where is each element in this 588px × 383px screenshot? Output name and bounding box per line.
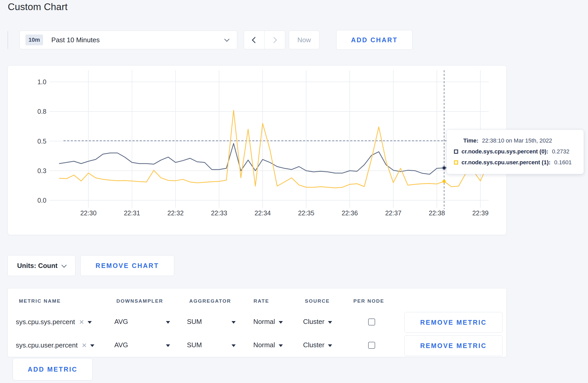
remove-chart-button[interactable]: REMOVE CHART <box>80 255 174 276</box>
source-value: Cluster <box>303 341 324 349</box>
user-point-dot <box>443 180 446 183</box>
rate-select[interactable]: Normal <box>253 341 283 349</box>
chevron-down-icon <box>61 263 67 268</box>
now-button[interactable]: Now <box>289 31 319 49</box>
x-tick-label: 22:30 <box>80 209 97 217</box>
tooltip-time-label: Time: <box>463 137 478 144</box>
metric-name-value: sys.cpu.user.percent <box>16 341 78 349</box>
x-tick-label: 22:38 <box>429 209 445 217</box>
x-tick-label: 22:31 <box>124 209 140 217</box>
x-tick-label: 22:32 <box>167 209 184 217</box>
time-back-button[interactable] <box>244 31 264 49</box>
time-nav-group <box>244 31 285 49</box>
rate-select[interactable]: Normal <box>253 318 283 326</box>
source-select[interactable]: Cluster <box>303 341 332 349</box>
caret-down-icon <box>232 344 236 347</box>
remove-metric-button[interactable]: REMOVE METRIC <box>404 312 502 333</box>
user-series-swatch-icon <box>454 160 458 165</box>
tooltip-sys-name: cr.node.sys.cpu.sys.percent (0): <box>461 148 548 155</box>
x-tick-label: 22:37 <box>385 209 402 217</box>
tooltip-series-row: cr.node.sys.cpu.user.percent (1): 0.1601 <box>454 158 577 167</box>
metric-name-select[interactable]: sys.cpu.user.percent × <box>16 341 94 349</box>
series-line <box>59 144 495 174</box>
aggregator-select[interactable]: SUM <box>187 318 236 326</box>
chevron-down-icon <box>224 37 229 42</box>
remove-metric-x-icon[interactable]: × <box>79 318 84 326</box>
source-select[interactable]: Cluster <box>303 318 332 326</box>
time-window-dropdown[interactable]: 10m Past 10 Minutes <box>19 31 237 49</box>
series-line <box>59 110 495 188</box>
chart-canvas[interactable]: 1.00.80.50.30.022:3022:3122:3222:3322:34… <box>8 66 506 235</box>
add-metric-button[interactable]: ADD METRIC <box>13 358 93 380</box>
units-dropdown[interactable]: Units: Count <box>8 255 75 276</box>
y-tick-label: 0.8 <box>37 108 46 115</box>
col-header-metric-name: METRIC NAME <box>19 298 61 304</box>
col-header-aggregator: AGGREGATOR <box>189 298 231 304</box>
col-header-source: SOURCE <box>305 298 330 304</box>
remove-metric-x-icon[interactable]: × <box>82 341 87 349</box>
metric-name-select[interactable]: sys.cpu.sys.percent × <box>16 318 92 326</box>
x-tick-label: 22:33 <box>211 209 227 217</box>
tooltip-time-value: 22:38:10 on Mar 15th, 2022 <box>482 137 552 144</box>
aggregator-value: SUM <box>187 341 202 349</box>
x-tick-label: 22:39 <box>472 209 489 217</box>
tooltip-series-row: cr.node.sys.cpu.sys.percent (0): 0.2732 <box>454 147 577 156</box>
rate-value: Normal <box>253 318 275 326</box>
caret-down-icon <box>88 321 92 324</box>
per-node-checkbox[interactable] <box>368 318 375 325</box>
downsampler-select[interactable]: AVG <box>114 341 170 349</box>
units-label: Units: Count <box>17 262 58 270</box>
caret-down-icon <box>90 344 94 347</box>
col-header-rate: RATE <box>254 298 269 304</box>
x-tick-label: 22:34 <box>255 209 271 217</box>
metric-name-value: sys.cpu.sys.percent <box>16 318 75 326</box>
sys-point-dot <box>443 167 446 169</box>
downsampler-value: AVG <box>114 318 128 326</box>
col-header-downsampler: DOWNSAMPLER <box>116 298 163 304</box>
y-tick-label: 0.0 <box>37 197 46 204</box>
remove-metric-button[interactable]: REMOVE METRIC <box>404 335 502 356</box>
y-tick-label: 0.3 <box>37 167 46 174</box>
page-title: Custom Chart <box>8 2 68 12</box>
y-tick-label: 0.5 <box>37 138 46 145</box>
per-node-checkbox[interactable] <box>368 342 375 349</box>
caret-down-icon <box>328 321 332 324</box>
aggregator-select[interactable]: SUM <box>187 341 236 349</box>
add-chart-button[interactable]: ADD CHART <box>336 30 412 50</box>
tooltip-sys-value: 0.2732 <box>552 148 569 155</box>
caret-down-icon <box>166 321 170 324</box>
chart-hover-tooltip: Time: 22:38:10 on Mar 15th, 2022 cr.node… <box>446 130 584 174</box>
tooltip-user-name: cr.node.sys.cpu.user.percent (1): <box>461 159 551 166</box>
time-window-badge: 10m <box>25 34 43 45</box>
col-header-per-node: PER NODE <box>353 298 384 304</box>
chevron-right-icon <box>271 37 277 43</box>
custom-chart-page: Custom Chart 10m Past 10 Minutes Now ADD… <box>0 0 588 383</box>
caret-down-icon <box>328 344 332 347</box>
chart-card: 1.00.80.50.30.022:3022:3122:3222:3322:34… <box>8 65 507 235</box>
toolbar-divider <box>8 31 8 49</box>
chevron-left-icon <box>252 37 258 43</box>
aggregator-value: SUM <box>187 318 202 326</box>
time-window-label: Past 10 Minutes <box>51 36 100 44</box>
caret-down-icon <box>166 344 170 347</box>
sys-series-swatch-icon <box>454 150 458 154</box>
source-value: Cluster <box>303 318 324 326</box>
caret-down-icon <box>279 344 283 347</box>
rate-value: Normal <box>253 341 275 349</box>
metrics-table: METRIC NAME DOWNSAMPLER AGGREGATOR RATE … <box>8 288 507 357</box>
downsampler-select[interactable]: AVG <box>114 318 170 326</box>
caret-down-icon <box>232 321 236 324</box>
downsampler-value: AVG <box>114 341 128 349</box>
x-tick-label: 22:36 <box>342 209 358 217</box>
caret-down-icon <box>279 321 283 324</box>
y-tick-label: 1.0 <box>37 78 46 86</box>
tooltip-user-value: 0.1601 <box>554 159 572 166</box>
time-forward-button[interactable] <box>265 31 285 49</box>
tooltip-time-row: Time: 22:38:10 on Mar 15th, 2022 <box>463 136 577 145</box>
x-tick-label: 22:35 <box>298 209 314 217</box>
